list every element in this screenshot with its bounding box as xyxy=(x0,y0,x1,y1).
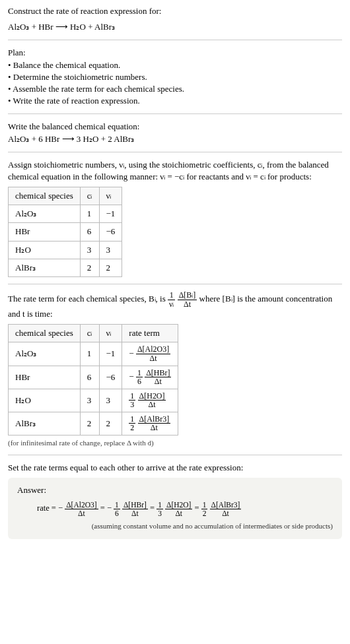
th-species: chemical species xyxy=(9,325,81,342)
table-row: HBr 6 −6 − 1 6 Δ[HBr] Δt xyxy=(9,366,178,389)
rate-term-frac1: 1 νᵢ xyxy=(168,291,175,308)
cell-v: −6 xyxy=(99,223,122,241)
table-row: AlBr₃ 2 2 1 2 Δ[AlBr3] Δt xyxy=(9,412,178,435)
cell-rate: − 1 6 Δ[HBr] Δt xyxy=(122,366,178,389)
cell-species: HBr xyxy=(9,366,81,389)
coef-frac: 1 6 xyxy=(136,369,143,386)
cell-v: −1 xyxy=(99,205,122,223)
rate-term-block: The rate term for each chemical species,… xyxy=(8,291,342,448)
divider xyxy=(8,113,342,114)
table-header-row: chemical species cᵢ νᵢ rate term xyxy=(9,325,178,342)
rate-term-frac2: Δ[Bᵢ] Δt xyxy=(178,291,197,308)
table-row: Al₂O₃ 1 −1 xyxy=(9,205,122,223)
th-vi: νᵢ xyxy=(99,187,122,205)
rate-expression: rate = − Δ[Al2O3] Δt = − 1 6 Δ[HBr] Δt xyxy=(37,501,333,517)
cell-v: 2 xyxy=(99,259,122,276)
cell-v: −1 xyxy=(99,342,122,366)
rate-term-pre: The rate term for each chemical species,… xyxy=(8,294,168,304)
cell-rate: 1 3 Δ[H2O] Δt xyxy=(122,389,178,412)
rate-term-heading: The rate term for each chemical species,… xyxy=(8,291,342,320)
th-ci: cᵢ xyxy=(80,187,99,205)
cell-species: H₂O xyxy=(9,241,81,259)
table-row: HBr 6 −6 xyxy=(9,223,122,241)
rate-frac: Δ[HBr] Δt xyxy=(145,369,171,386)
coef-frac: 1 3 xyxy=(129,392,135,409)
plan-block: Plan: • Balance the chemical equation. •… xyxy=(8,47,342,107)
divider xyxy=(8,40,342,40)
th-species: chemical species xyxy=(9,187,81,205)
rate-frac: Δ[HBr] Δt xyxy=(122,501,148,517)
plan-heading: Plan: xyxy=(8,47,342,59)
cell-c: 1 xyxy=(80,205,99,223)
plan-item: • Write the rate of reaction expression. xyxy=(8,95,342,107)
cell-rate: − Δ[Al2O3] Δt xyxy=(122,342,178,366)
infinitesimal-note: (for infinitesimal rate of change, repla… xyxy=(8,438,342,448)
rate-frac: Δ[H2O] Δt xyxy=(165,501,192,517)
divider xyxy=(8,455,342,455)
cell-c: 3 xyxy=(80,389,99,412)
th-rate: rate term xyxy=(122,325,178,342)
cell-species: AlBr₃ xyxy=(9,259,81,276)
cell-v: 2 xyxy=(99,412,122,435)
rate-prefix: rate = xyxy=(37,503,58,513)
answer-box: Answer: rate = − Δ[Al2O3] Δt = − 1 6 Δ[H… xyxy=(8,478,342,539)
table-row: H₂O 3 3 xyxy=(9,241,122,259)
cell-species: Al₂O₃ xyxy=(9,205,81,223)
answer-label: Answer: xyxy=(17,484,333,496)
table-row: H₂O 3 3 1 3 Δ[H2O] Δt xyxy=(9,389,178,412)
plan-item: • Balance the chemical equation. xyxy=(8,59,342,71)
stoich-block: Assign stoichiometric numbers, νᵢ, using… xyxy=(8,159,342,277)
cell-c: 2 xyxy=(80,412,99,435)
prompt-block: Construct the rate of reaction expressio… xyxy=(8,5,342,33)
th-ci: cᵢ xyxy=(80,325,99,342)
cell-species: HBr xyxy=(9,223,81,241)
rate-term-table: chemical species cᵢ νᵢ rate term Al₂O₃ 1… xyxy=(8,324,178,435)
rate-frac: Δ[AlBr3] Δt xyxy=(210,501,242,517)
cell-rate: 1 2 Δ[AlBr3] Δt xyxy=(122,412,178,435)
balanced-heading: Write the balanced chemical equation: xyxy=(8,121,342,133)
cell-species: H₂O xyxy=(9,389,81,412)
coef-frac: 1 2 xyxy=(201,501,208,517)
plan-item: • Assemble the rate term for each chemic… xyxy=(8,83,342,95)
final-block: Set the rate terms equal to each other t… xyxy=(8,462,342,539)
cell-c: 3 xyxy=(80,241,99,259)
coef-frac: 1 6 xyxy=(114,501,120,517)
coef-frac: 1 2 xyxy=(129,415,135,432)
divider xyxy=(8,152,342,152)
cell-v: −6 xyxy=(99,366,122,389)
coef-frac: 1 3 xyxy=(157,501,163,517)
cell-species: Al₂O₃ xyxy=(9,342,81,366)
rate-frac: Δ[Al2O3] Δt xyxy=(136,345,170,362)
cell-v: 3 xyxy=(99,389,122,412)
rate-frac: Δ[H2O] Δt xyxy=(138,392,166,409)
cell-c: 1 xyxy=(80,342,99,366)
cell-c: 6 xyxy=(80,223,99,241)
answer-note: (assuming constant volume and no accumul… xyxy=(17,521,333,531)
prompt-title: Construct the rate of reaction expressio… xyxy=(8,5,342,17)
rate-frac: Δ[AlBr3] Δt xyxy=(138,415,171,432)
divider xyxy=(8,284,342,284)
balanced-equation: Al₂O₃ + 6 HBr ⟶ 3 H₂O + 2 AlBr₃ xyxy=(8,133,342,145)
cell-c: 6 xyxy=(80,366,99,389)
cell-v: 3 xyxy=(99,241,122,259)
final-heading: Set the rate terms equal to each other t… xyxy=(8,462,342,474)
cell-species: AlBr₃ xyxy=(9,412,81,435)
unbalanced-equation: Al₂O₃ + HBr ⟶ H₂O + AlBr₃ xyxy=(8,21,342,33)
table-header-row: chemical species cᵢ νᵢ xyxy=(9,187,122,205)
table-row: Al₂O₃ 1 −1 − Δ[Al2O3] Δt xyxy=(9,342,178,366)
table-row: AlBr₃ 2 2 xyxy=(9,259,122,276)
plan-item: • Determine the stoichiometric numbers. xyxy=(8,71,342,83)
rate-frac: Δ[Al2O3] Δt xyxy=(65,501,98,517)
stoich-table: chemical species cᵢ νᵢ Al₂O₃ 1 −1 HBr 6 … xyxy=(8,187,122,277)
cell-c: 2 xyxy=(80,259,99,276)
stoich-heading: Assign stoichiometric numbers, νᵢ, using… xyxy=(8,159,342,183)
balanced-block: Write the balanced chemical equation: Al… xyxy=(8,121,342,145)
th-vi: νᵢ xyxy=(99,325,122,342)
